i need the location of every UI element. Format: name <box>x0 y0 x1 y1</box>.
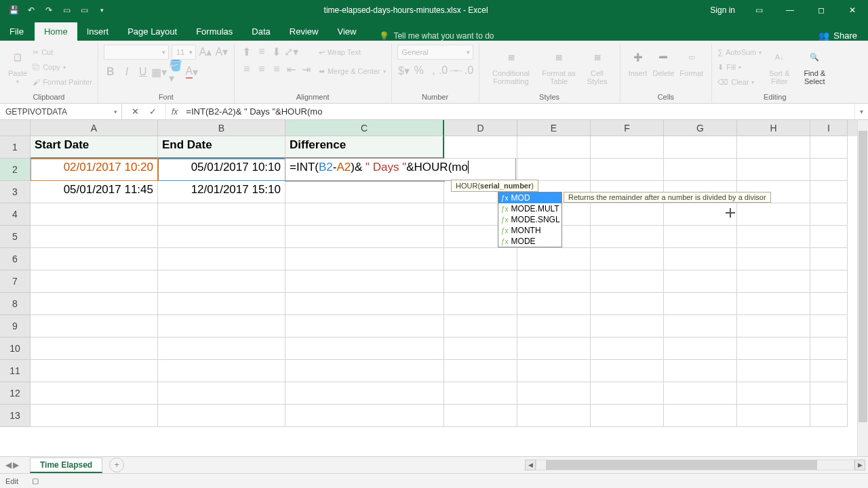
tab-page-layout[interactable]: Page Layout <box>118 22 186 41</box>
cell-D6[interactable] <box>444 248 517 270</box>
underline-button[interactable]: U <box>136 65 150 79</box>
signin-link[interactable]: Sign in <box>702 5 743 15</box>
close-icon[interactable]: ✕ <box>837 0 868 20</box>
cell-H2[interactable] <box>737 159 810 181</box>
cell-A12[interactable] <box>31 382 158 405</box>
cut-button[interactable]: ✂Cut <box>33 45 92 60</box>
ac-item-mode-sngl[interactable]: ƒxMODE.SNGL <box>498 214 561 225</box>
row-header-10[interactable]: 10 <box>0 338 31 360</box>
sheet-nav-prev-icon[interactable]: ◀ <box>5 460 12 470</box>
name-box[interactable] <box>0 104 122 119</box>
cell-F6[interactable] <box>591 248 664 270</box>
col-header-H[interactable]: H <box>737 120 810 136</box>
tab-formulas[interactable]: Formulas <box>186 22 242 41</box>
cell-G11[interactable] <box>664 360 737 382</box>
align-center-icon[interactable]: ≡ <box>255 62 269 76</box>
cell-F9[interactable] <box>591 315 664 338</box>
cell-G2[interactable] <box>664 159 737 181</box>
increase-font-icon[interactable]: A▴ <box>199 45 212 58</box>
col-header-G[interactable]: G <box>664 120 737 136</box>
hscroll-track[interactable] <box>536 460 854 470</box>
cell-I13[interactable] <box>810 405 848 427</box>
row-header-3[interactable]: 3 <box>0 181 31 203</box>
decrease-font-icon[interactable]: A▾ <box>215 45 229 58</box>
tab-review[interactable]: Review <box>280 22 328 41</box>
cell-B8[interactable] <box>158 293 285 315</box>
cell-D9[interactable] <box>444 315 517 338</box>
col-header-E[interactable]: E <box>517 120 591 136</box>
cell-B12[interactable] <box>158 382 285 405</box>
cell-B1[interactable]: End Date <box>158 136 285 159</box>
cell-C4[interactable] <box>285 203 444 226</box>
cell-D8[interactable] <box>444 293 517 315</box>
cell-B5[interactable] <box>158 226 285 248</box>
cell-I7[interactable] <box>810 270 848 293</box>
row-header-6[interactable]: 6 <box>0 248 31 270</box>
cell-I12[interactable] <box>810 382 848 405</box>
cell-A5[interactable] <box>31 226 158 248</box>
fill-color-button[interactable]: 🪣▾ <box>169 65 182 79</box>
cell-H11[interactable] <box>737 360 810 382</box>
col-header-D[interactable]: D <box>444 120 517 136</box>
row-header-13[interactable]: 13 <box>0 405 31 427</box>
formula-bar[interactable]: =INT(B2-A2)& " Days "&HOUR(mo <box>183 104 854 119</box>
ac-item-mode[interactable]: ƒxMODE <box>498 236 561 247</box>
cell-E2[interactable] <box>517 159 591 181</box>
col-header-C[interactable]: C <box>285 120 444 136</box>
sheet-nav-next-icon[interactable]: ▶ <box>13 460 19 470</box>
ac-item-mod[interactable]: ƒxMOD <box>498 192 561 203</box>
merge-center-button[interactable]: ⬌Merge & Center▾ <box>319 64 386 79</box>
cell-B2[interactable]: 05/01/2017 10:10 <box>158 159 285 181</box>
row-header-11[interactable]: 11 <box>0 360 31 382</box>
cell-B3[interactable]: 12/01/2017 15:10 <box>158 181 285 203</box>
cell-B6[interactable] <box>158 248 285 270</box>
align-left-icon[interactable]: ≡ <box>240 62 254 76</box>
cell-H12[interactable] <box>737 382 810 405</box>
col-header-A[interactable]: A <box>31 120 158 136</box>
maximize-icon[interactable]: ◻ <box>806 0 837 20</box>
cell-F8[interactable] <box>591 293 664 315</box>
cell-E10[interactable] <box>517 338 591 360</box>
cell-G10[interactable] <box>664 338 737 360</box>
cell-F13[interactable] <box>591 405 664 427</box>
cell-B7[interactable] <box>158 270 285 293</box>
cell-I5[interactable] <box>810 226 848 248</box>
format-as-table-button[interactable]: ▦Format as Table <box>538 45 580 87</box>
fx-icon[interactable]: fx <box>166 104 183 119</box>
cell-E7[interactable] <box>517 270 591 293</box>
row-header-4[interactable]: 4 <box>0 203 31 226</box>
cell-H4[interactable] <box>737 203 810 226</box>
cell-G12[interactable] <box>664 382 737 405</box>
share-button[interactable]: 👥Share <box>818 30 868 41</box>
font-family-select[interactable] <box>104 45 169 60</box>
cell-A8[interactable] <box>31 293 158 315</box>
cell-A4[interactable] <box>31 203 158 226</box>
decimal-dec-icon[interactable]: ←.0 <box>457 64 471 77</box>
cell-C2-editor[interactable]: =INT(B2-A2)& " Days "&HOUR(mo <box>285 159 516 181</box>
clear-button[interactable]: ⌫Clear▾ <box>717 75 762 89</box>
cell-B10[interactable] <box>158 338 285 360</box>
tab-insert[interactable]: Insert <box>77 22 119 41</box>
cell-styles-button[interactable]: ▦Cell Styles <box>580 45 614 87</box>
col-header-I[interactable]: I <box>810 120 848 136</box>
cell-F12[interactable] <box>591 382 664 405</box>
align-right-icon[interactable]: ≡ <box>270 62 283 76</box>
cell-A11[interactable] <box>31 360 158 382</box>
number-format-select[interactable]: General <box>397 45 473 60</box>
sort-filter-button[interactable]: A↓Sort & Filter <box>762 45 797 87</box>
cell-I10[interactable] <box>810 338 848 360</box>
indent-inc-icon[interactable]: ⇥ <box>300 62 313 76</box>
cell-I9[interactable] <box>810 315 848 338</box>
tab-file[interactable]: File <box>0 22 35 41</box>
cell-E11[interactable] <box>517 360 591 382</box>
cell-G4[interactable] <box>664 203 737 226</box>
cell-D12[interactable] <box>444 382 517 405</box>
currency-icon[interactable]: $▾ <box>397 64 411 77</box>
cell-F4[interactable] <box>591 203 664 226</box>
cell-G6[interactable] <box>664 248 737 270</box>
cell-E13[interactable] <box>517 405 591 427</box>
cell-B13[interactable] <box>158 405 285 427</box>
cell-I6[interactable] <box>810 248 848 270</box>
hscroll-right-icon[interactable]: ▶ <box>854 460 865 470</box>
row-header-1[interactable]: 1 <box>0 136 31 159</box>
